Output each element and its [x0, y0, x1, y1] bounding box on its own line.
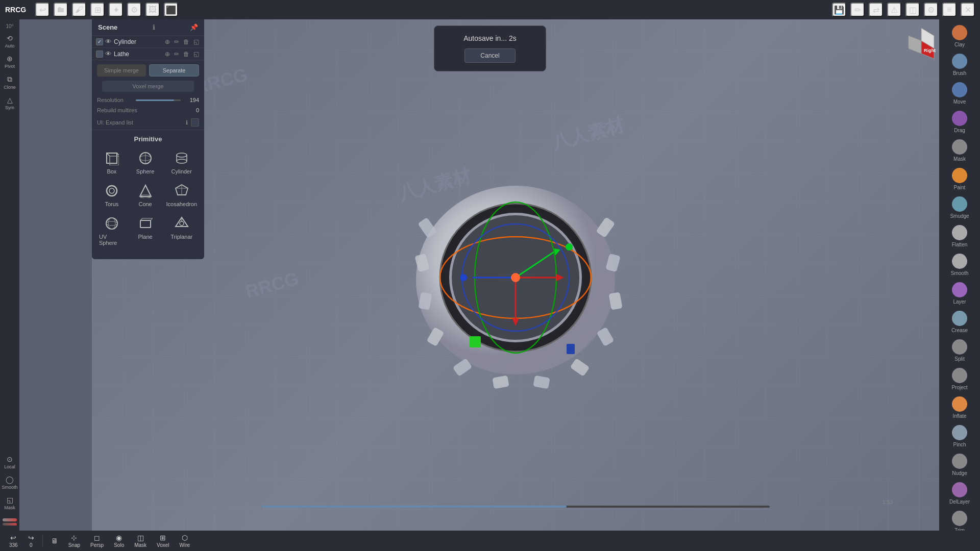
image-button[interactable]: 🖼	[145, 3, 160, 17]
right-tool-project[interactable]: Project	[942, 365, 977, 393]
right-tool-smooth[interactable]: Smooth	[942, 251, 977, 279]
right-tool-mask[interactable]: Mask	[942, 137, 977, 164]
progress-bar[interactable]	[261, 506, 770, 508]
right-tool-pinch[interactable]: Pinch	[942, 422, 977, 450]
transform-button[interactable]: ⇄	[869, 3, 883, 17]
primitive-uvsphere[interactable]: UV Sphere	[97, 213, 127, 248]
right-tool-nudge[interactable]: Nudge	[942, 451, 977, 479]
voxel-merge-button[interactable]: Voxel merge	[102, 81, 194, 92]
cylinder-delete[interactable]: 🗑	[182, 38, 190, 45]
primitive-triplanar[interactable]: Triplanar	[164, 213, 199, 248]
smooth-right-icon	[952, 254, 967, 269]
triplanar-icon	[174, 215, 190, 232]
scene-info-icon[interactable]: ℹ	[153, 23, 155, 31]
primitive-grid: Box Sphere Cylinder Torus	[97, 148, 199, 248]
expand-checkbox[interactable]	[191, 118, 199, 127]
svg-point-29	[511, 273, 520, 282]
redo-button[interactable]: ↪ 0	[24, 533, 38, 549]
lathe-delete[interactable]: 🗑	[182, 51, 190, 58]
primitive-cylinder[interactable]: Cylinder	[164, 148, 199, 177]
right-tool-move[interactable]: Move	[942, 80, 977, 107]
video-button[interactable]: ⬛	[164, 3, 178, 17]
undo-button[interactable]: ↩ 336	[5, 533, 22, 549]
cylinder-checkbox[interactable]: ✓	[96, 38, 103, 45]
persp-button[interactable]: ◻ Persp	[86, 533, 108, 549]
simple-merge-button[interactable]: Simple merge	[97, 64, 146, 77]
snap-button[interactable]: ⊹ Snap	[64, 533, 84, 549]
right-tool-paint[interactable]: Paint	[942, 165, 977, 193]
scene-row-lathe: 👁 Lathe ⊕ ✏ 🗑 ◱	[92, 48, 204, 60]
file-button[interactable]: 🖿	[54, 3, 68, 17]
left-tool-smooth[interactable]: ◯ Smooth	[2, 473, 18, 492]
settings-button[interactable]: ✦	[109, 3, 123, 17]
torus-icon	[104, 183, 120, 199]
cylinder-move[interactable]: ⊕	[164, 38, 171, 45]
svg-rect-6	[492, 375, 509, 389]
cylinder-copy[interactable]: ◱	[192, 38, 200, 45]
edit-button[interactable]: ✏	[850, 3, 865, 17]
right-tool-layer[interactable]: Layer	[942, 280, 977, 307]
close-button[interactable]: ✕	[961, 3, 975, 17]
layers-button[interactable]: ◫	[905, 3, 920, 17]
mask-bottom-button[interactable]: ◫ Mask	[130, 533, 151, 549]
cylinder-edit[interactable]: ✏	[173, 38, 180, 45]
bottom-toolbar: ↩ 336 ↪ 0 🖥 ⊹ Snap ◻ Persp ◉ Solo ◫ Mask…	[0, 531, 980, 551]
left-tool-local[interactable]: ⊙ Local	[2, 453, 18, 471]
left-tool-auto[interactable]: ⟲ Auto	[2, 32, 18, 51]
config-button[interactable]: ⚙	[924, 3, 938, 17]
lathe-edit[interactable]: ✏	[173, 51, 180, 58]
right-tool-clay[interactable]: Clay	[942, 22, 977, 50]
mask-bottom-icon: ◫	[137, 534, 144, 542]
display-button[interactable]: 🖥	[47, 536, 62, 546]
primitive-box[interactable]: Box	[97, 148, 127, 177]
left-tool-mask[interactable]: ◱ Mask	[2, 494, 18, 512]
menu-button[interactable]: ≡	[942, 3, 957, 17]
left-tool-clone[interactable]: ⧉ Clone	[2, 73, 18, 92]
top-toolbar: RRCG ↩ 🖿 🖌 ⊞ ✦ ⚙ 🖼 ⬛ 💾 ✏ ⇄ ⚠ ◫ ⚙ ≡ ✕	[0, 0, 980, 19]
cylinder-eye[interactable]: 👁	[105, 38, 112, 45]
split-icon	[952, 339, 967, 355]
primitive-cone[interactable]: Cone	[131, 181, 160, 209]
resolution-label: Resolution	[97, 97, 133, 103]
viewport-cube[interactable]: Right	[903, 26, 934, 56]
lathe-copy[interactable]: ◱	[192, 51, 200, 58]
autosave-cancel-button[interactable]: Cancel	[464, 48, 515, 63]
wire-button[interactable]: ⬡ Wire	[176, 533, 194, 549]
clay-icon	[952, 25, 967, 40]
viewport[interactable]: RRCG 八人素材 RRCG 八人素材 RRCG	[92, 19, 939, 531]
resolution-value: 194	[184, 97, 199, 103]
scene-title: Scene	[98, 23, 117, 31]
right-tool-dellayer[interactable]: DelLayer	[942, 480, 977, 507]
scene-pin-icon[interactable]: 📌	[190, 23, 198, 31]
solo-button[interactable]: ◉ Solo	[110, 533, 128, 549]
right-tool-smudge[interactable]: Smudge	[942, 194, 977, 221]
right-tool-crease[interactable]: Crease	[942, 308, 977, 336]
warning-button[interactable]: ⚠	[887, 3, 901, 17]
addons-button[interactable]: ⚙	[127, 3, 141, 17]
plane-icon	[137, 215, 154, 232]
expand-info-icon[interactable]: ℹ	[186, 119, 188, 126]
primitive-plane[interactable]: Plane	[131, 213, 160, 248]
right-tool-drag[interactable]: Drag	[942, 108, 977, 136]
lathe-checkbox[interactable]	[96, 51, 103, 58]
lathe-move[interactable]: ⊕	[164, 51, 171, 58]
lathe-eye[interactable]: 👁	[105, 50, 112, 58]
resolution-slider[interactable]	[136, 99, 181, 101]
brush-button[interactable]: 🖌	[72, 3, 86, 17]
left-tool-pivot[interactable]: ⊕ Pivot	[2, 53, 18, 71]
primitive-icosahedron[interactable]: Icosahedron	[164, 181, 199, 209]
primitive-torus[interactable]: Torus	[97, 181, 127, 209]
right-tool-brush[interactable]: Brush	[942, 51, 977, 79]
right-tool-flatten[interactable]: Flatten	[942, 222, 977, 250]
undo-icon: ↩	[10, 534, 16, 542]
grid-button[interactable]: ⊞	[90, 3, 105, 17]
right-tool-inflate[interactable]: Inflate	[942, 394, 977, 421]
back-button[interactable]: ↩	[35, 3, 50, 17]
left-toolbar: 10° ⟲ Auto ⊕ Pivot ⧉ Clone △ Sym ⊙ Local…	[0, 19, 19, 531]
voxel-button[interactable]: ⊞ Voxel	[153, 533, 173, 549]
separate-button[interactable]: Separate	[149, 64, 199, 77]
save-button[interactable]: 💾	[832, 3, 846, 17]
left-tool-sym[interactable]: △ Sym	[2, 94, 18, 112]
primitive-sphere[interactable]: Sphere	[131, 148, 160, 177]
right-tool-split[interactable]: Split	[942, 337, 977, 364]
